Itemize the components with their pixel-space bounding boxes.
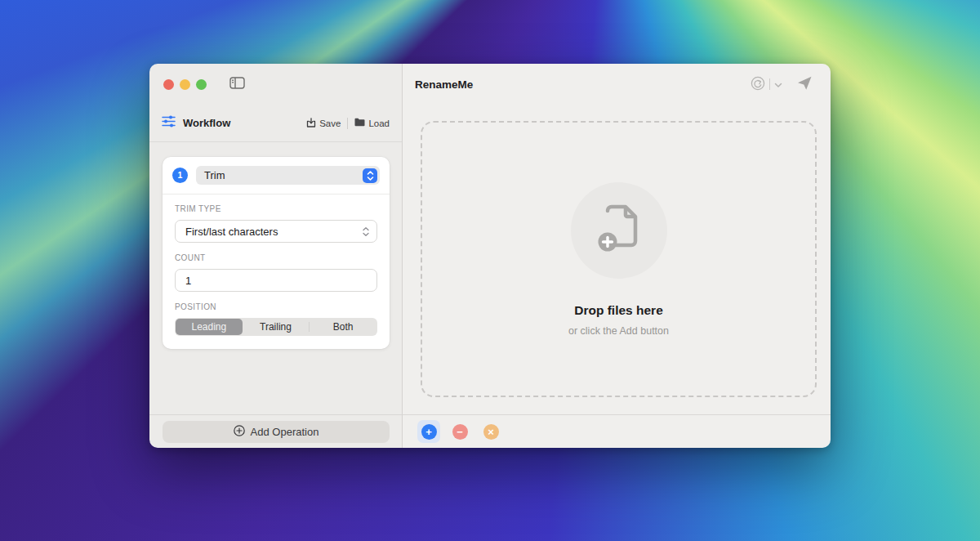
count-input[interactable] <box>175 269 377 292</box>
file-dropzone[interactable]: Drop files here or click the Add button <box>421 121 817 397</box>
add-operation-button[interactable]: Add Operation <box>163 421 390 443</box>
save-label: Save <box>319 118 341 128</box>
history-divider <box>769 78 770 90</box>
up-down-chevrons-icon <box>363 227 369 236</box>
trim-type-label: TRIM TYPE <box>175 204 377 213</box>
save-icon <box>306 118 316 129</box>
save-workflow-button[interactable]: Save <box>306 118 341 129</box>
sidebar-titlebar <box>149 64 402 105</box>
chevron-down-icon <box>774 78 782 91</box>
operation-type-select[interactable]: Trim <box>196 166 380 185</box>
history-dropdown-button[interactable] <box>774 78 782 91</box>
undo-history-button[interactable] <box>751 76 765 93</box>
dropzone-subtitle: or click the Add button <box>568 325 669 337</box>
renameme-window: Workflow Save <box>149 64 831 448</box>
dropzone-title: Drop files here <box>574 303 663 318</box>
remove-files-button[interactable]: − <box>448 420 471 443</box>
minimize-window-button[interactable] <box>180 79 190 90</box>
segment-trailing[interactable]: Trailing <box>243 319 310 335</box>
segment-both[interactable]: Both <box>310 319 376 335</box>
workflow-header: Workflow Save <box>149 105 402 142</box>
sidebar-bottom-bar: Add Operation <box>149 414 402 448</box>
segment-leading[interactable]: Leading <box>176 319 243 335</box>
document-plus-icon <box>594 203 644 258</box>
traffic-lights <box>163 79 207 90</box>
workflow-title: Workflow <box>183 117 230 129</box>
close-icon: × <box>483 424 499 440</box>
sidebar: Workflow Save <box>149 64 403 448</box>
position-segmented-control: Leading Trailing Both <box>175 318 377 336</box>
operation-index-badge: 1 <box>172 168 188 183</box>
up-down-chevrons-icon <box>363 168 377 183</box>
operation-type-value: Trim <box>204 169 225 181</box>
folder-icon <box>354 118 365 128</box>
load-workflow-button[interactable]: Load <box>354 118 390 128</box>
paper-plane-icon <box>797 76 813 93</box>
add-files-circle <box>571 182 667 279</box>
close-window-button[interactable] <box>163 79 174 90</box>
clear-files-button[interactable]: × <box>479 420 502 443</box>
trim-type-select[interactable]: First/last characters <box>175 220 377 243</box>
position-label: POSITION <box>175 302 377 311</box>
add-operation-label: Add Operation <box>251 426 319 438</box>
add-files-button[interactable]: + <box>417 420 440 443</box>
count-label: COUNT <box>175 253 377 262</box>
main-panel: RenameMe <box>403 64 831 448</box>
zoom-window-button[interactable] <box>196 79 207 90</box>
toggle-sidebar-button[interactable] <box>229 77 245 92</box>
load-label: Load <box>368 118 390 128</box>
undo-circle-icon <box>751 76 765 93</box>
sliders-icon <box>162 115 176 131</box>
toolbar-divider <box>347 118 348 129</box>
app-title: RenameMe <box>415 78 473 91</box>
file-actions-bar: + − × <box>403 414 831 448</box>
main-titlebar: RenameMe <box>403 64 831 105</box>
trim-type-value: First/last characters <box>185 226 278 238</box>
run-rename-button[interactable] <box>797 76 813 93</box>
operation-card: 1 Trim TRIM TYPE First/last characters <box>163 157 390 349</box>
minus-icon: − <box>452 424 468 440</box>
plus-icon: + <box>421 424 437 440</box>
sidebar-toggle-icon <box>229 77 245 92</box>
circled-plus-icon <box>234 425 245 439</box>
